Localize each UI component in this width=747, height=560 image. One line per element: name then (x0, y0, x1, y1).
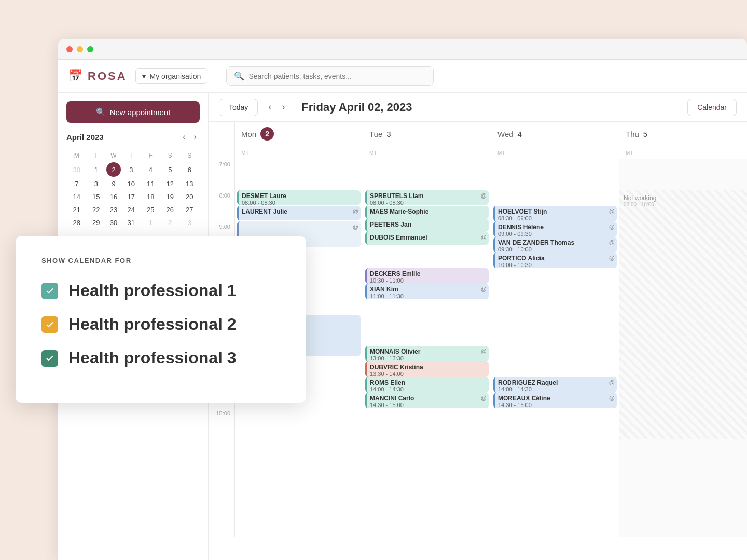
calendar-date-title: Friday April 02, 2023 (301, 101, 675, 114)
cal-day[interactable]: 26 (161, 204, 179, 216)
close-button[interactable] (66, 46, 73, 52)
prof-item-3[interactable]: Health professional 3 (42, 348, 280, 368)
appt-desmet-laure[interactable]: DESMET Laure 08:00 - 08:30 (237, 190, 361, 205)
cal-day[interactable]: 30 (67, 162, 86, 177)
today-button[interactable]: Today (219, 99, 258, 116)
appt-portico[interactable]: PORTICO Alicia 10:00 - 10:30 @ (493, 253, 617, 268)
cal-day[interactable]: 20 (181, 191, 199, 203)
appt-time: 14:30 - 15:00 (370, 402, 486, 408)
not-working-time: 08:00 - 18:00 (624, 202, 656, 207)
search-bar[interactable]: 🔍 (226, 66, 434, 86)
cal-day[interactable]: 28 (67, 217, 86, 229)
day-column-tue[interactable]: SPREUTELS Liam 08:00 - 08:30 @ MAES Mari… (363, 159, 491, 537)
cal-day[interactable]: 16 (106, 191, 121, 203)
appt-monnais[interactable]: MONNAIS Olivier 13:00 - 13:30 @ (365, 346, 489, 361)
check-icon-3 (45, 354, 54, 363)
cal-day[interactable]: 29 (87, 217, 106, 229)
appt-mancini[interactable]: MANCINI Carlo 14:30 - 15:00 @ (365, 393, 489, 408)
cal-day[interactable]: 12 (161, 178, 179, 190)
cal-day[interactable]: 13 (181, 178, 199, 190)
mini-cal-next[interactable]: › (191, 131, 200, 143)
cal-day-today[interactable]: 2 (106, 162, 121, 177)
prof-item-2[interactable]: Health professional 2 (42, 315, 280, 334)
prof-checkbox-1[interactable] (42, 283, 58, 299)
check-icon-1 (45, 286, 54, 296)
appt-name: RODRIGUEZ Raquel (498, 379, 614, 386)
thu-events: Not working 08:00 - 18:00 (619, 159, 747, 439)
appt-laurent-julie[interactable]: LAURENT Julie @ (237, 206, 361, 220)
calendar-view-button[interactable]: Calendar (687, 99, 737, 116)
cal-day[interactable]: 18 (142, 191, 160, 203)
not-working-label: Not working 08:00 - 18:00 (624, 194, 656, 207)
mt-spacer (209, 146, 234, 158)
appt-roms[interactable]: ROMS Elien 14:00 - 14:30 (365, 377, 489, 393)
cal-day[interactable]: 6 (181, 162, 199, 177)
cal-day[interactable]: 15 (87, 191, 106, 203)
appt-dennis[interactable]: DENNIS Hélène 09:00 - 09:30 @ (493, 221, 617, 237)
appt-maes[interactable]: MAES Marie-Sophie (365, 206, 489, 219)
at-icon: @ (609, 255, 615, 261)
appt-moreaux[interactable]: MOREAUX Céline 14:30 - 15:00 @ (493, 393, 617, 408)
cal-day[interactable]: 1 (142, 217, 160, 229)
day-column-thu[interactable]: Not working 08:00 - 18:00 (619, 159, 747, 537)
at-icon: @ (481, 234, 487, 240)
cal-day[interactable]: 4 (142, 162, 160, 177)
next-week-button[interactable]: › (278, 100, 289, 115)
at-icon: @ (481, 192, 487, 199)
cal-day[interactable]: 17 (122, 191, 141, 203)
cal-day[interactable]: 14 (67, 191, 86, 203)
appt-dubvric[interactable]: DUBVRIC Kristina 13:30 - 14:00 (365, 361, 489, 377)
new-appointment-label: New appointment (110, 108, 171, 117)
not-working-block: Not working 08:00 - 18:00 (619, 190, 747, 439)
cal-day[interactable]: 3 (122, 162, 141, 177)
cal-day[interactable]: 22 (87, 204, 106, 216)
minimize-button[interactable] (77, 46, 83, 52)
prev-week-button[interactable]: ‹ (264, 100, 275, 115)
appt-time: 13:30 - 14:00 (370, 371, 486, 377)
cal-day[interactable]: 3 (87, 178, 106, 190)
appt-spreutels[interactable]: SPREUTELS Liam 08:00 - 08:30 @ (365, 190, 489, 205)
cal-day[interactable]: 19 (161, 191, 179, 203)
cal-day[interactable]: 3 (181, 217, 199, 229)
appt-deckers[interactable]: DECKERS Emilie 10:30 - 11:00 (365, 268, 489, 284)
cal-day[interactable]: 5 (161, 162, 179, 177)
appt-time: 14:30 - 15:00 (498, 402, 614, 408)
cal-day[interactable]: 23 (106, 204, 121, 216)
cal-day[interactable]: 1 (87, 162, 106, 177)
maximize-button[interactable] (87, 46, 93, 52)
new-appointment-button[interactable]: 🔍 New appointment (66, 101, 200, 123)
day-header-thu: Thu 5 (619, 122, 747, 146)
cal-day[interactable]: 31 (122, 217, 141, 229)
cal-day[interactable]: 9 (106, 178, 121, 190)
cal-day[interactable]: 30 (106, 217, 121, 229)
day-column-wed[interactable]: HOELVOET Stijn 08:30 - 09:00 @ DENNIS Hé… (491, 159, 619, 537)
appt-rodriguez[interactable]: RODRIGUEZ Raquel 14:00 - 14:30 @ (493, 377, 617, 393)
weekday-t: T (87, 150, 106, 161)
cal-day[interactable]: 24 (122, 204, 141, 216)
appt-xian[interactable]: XIAN Kim 11:00 - 11:30 @ (365, 284, 489, 299)
prof-checkbox-2[interactable] (42, 316, 58, 333)
cal-day[interactable]: 25 (142, 204, 160, 216)
appt-name: DUBOIS Emmanuel (370, 234, 486, 241)
appt-time: 11:00 - 11:30 (370, 293, 486, 299)
appt-name: SPREUTELS Liam (370, 192, 486, 200)
org-selector[interactable]: ▾ My organisation (135, 68, 208, 84)
appt-time: 13:00 - 13:30 (370, 355, 486, 361)
search-input[interactable] (248, 72, 426, 80)
cal-day[interactable]: 11 (142, 178, 160, 190)
cal-day[interactable]: 10 (122, 178, 141, 190)
appt-hoelvoet[interactable]: HOELVOET Stijn 08:30 - 09:00 @ (493, 206, 617, 221)
cal-day[interactable]: 27 (181, 204, 199, 216)
time-7: 7:00 (209, 159, 234, 190)
at-icon: @ (609, 379, 615, 385)
prof-checkbox-3[interactable] (42, 350, 58, 367)
cal-day[interactable]: 7 (67, 178, 86, 190)
weekday-w: W (106, 150, 121, 161)
cal-day[interactable]: 21 (67, 204, 86, 216)
cal-day[interactable]: 2 (161, 217, 179, 229)
appt-dubois[interactable]: DUBOIS Emmanuel @ (365, 232, 489, 245)
appt-vanzander[interactable]: VAN DE ZANDER Thomas 09:30 - 10:00 @ (493, 237, 617, 253)
prof-item-1[interactable]: Health professional 1 (42, 281, 280, 300)
appt-peeters[interactable]: PEETERS Jan (365, 219, 489, 232)
mini-cal-prev[interactable]: ‹ (179, 131, 188, 143)
